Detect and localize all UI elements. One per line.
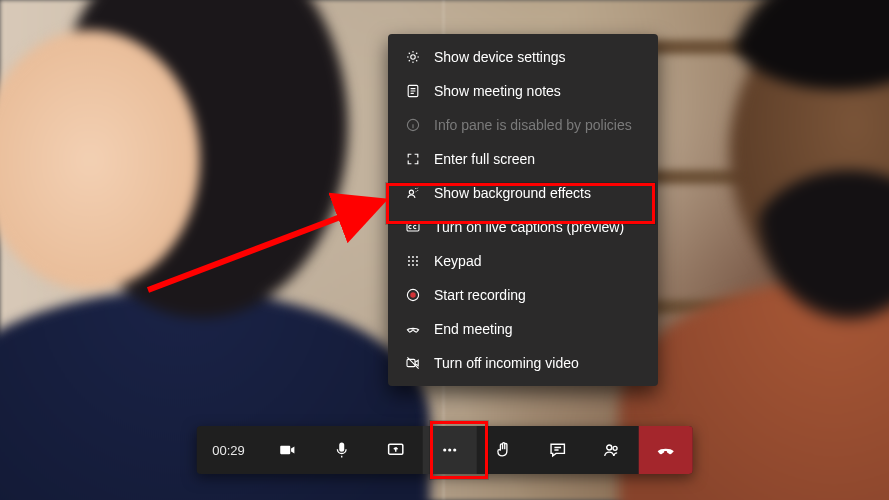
svg-point-11 [408, 264, 410, 266]
raise-hand-icon [494, 440, 514, 460]
chat-button[interactable] [531, 426, 585, 474]
svg-point-19 [448, 448, 451, 451]
svg-point-18 [443, 448, 446, 451]
raise-hand-button[interactable] [477, 426, 531, 474]
hang-up-icon [655, 439, 677, 461]
notes-icon [404, 82, 422, 100]
share-button[interactable] [369, 426, 423, 474]
menu-item-label: End meeting [434, 321, 642, 337]
people-icon [602, 440, 622, 460]
fullscreen-icon [404, 150, 422, 168]
mic-icon [332, 440, 352, 460]
svg-point-6 [412, 256, 414, 258]
end-call-icon [404, 320, 422, 338]
more-actions-menu: Show device settings Show meeting notes … [388, 34, 658, 386]
record-icon [404, 286, 422, 304]
svg-point-22 [613, 446, 617, 450]
menu-item-background-effects[interactable]: Show background effects [388, 176, 658, 210]
menu-item-end-meeting[interactable]: End meeting [388, 312, 658, 346]
keypad-icon [404, 252, 422, 270]
people-button[interactable] [585, 426, 639, 474]
menu-item-start-recording[interactable]: Start recording [388, 278, 658, 312]
menu-item-info-pane-disabled: Info pane is disabled by policies [388, 108, 658, 142]
menu-item-label: Keypad [434, 253, 642, 269]
menu-item-label: Enter full screen [434, 151, 642, 167]
svg-point-5 [408, 256, 410, 258]
svg-point-9 [412, 260, 414, 262]
menu-item-label: Show device settings [434, 49, 642, 65]
menu-item-turn-off-incoming-video[interactable]: Turn off incoming video [388, 346, 658, 380]
call-timer: 00:29 [196, 426, 261, 474]
gear-icon [404, 48, 422, 66]
menu-item-live-captions[interactable]: Turn on live captions (preview) [388, 210, 658, 244]
svg-point-21 [607, 445, 612, 450]
svg-point-15 [410, 292, 415, 297]
menu-item-label: Turn on live captions (preview) [434, 219, 642, 235]
menu-item-label: Turn off incoming video [434, 355, 642, 371]
menu-item-label: Info pane is disabled by policies [434, 117, 642, 133]
svg-point-13 [416, 264, 418, 266]
meeting-toolbar: 00:29 [196, 426, 693, 474]
mic-button[interactable] [315, 426, 369, 474]
svg-point-20 [453, 448, 456, 451]
svg-point-7 [416, 256, 418, 258]
camera-button[interactable] [261, 426, 315, 474]
cc-icon [404, 218, 422, 236]
more-icon [440, 440, 460, 460]
chat-icon [548, 440, 568, 460]
menu-item-keypad[interactable]: Keypad [388, 244, 658, 278]
leave-button[interactable] [639, 426, 693, 474]
svg-point-3 [409, 190, 413, 194]
menu-item-device-settings[interactable]: Show device settings [388, 40, 658, 74]
info-icon [404, 116, 422, 134]
svg-point-12 [412, 264, 414, 266]
more-actions-button[interactable] [423, 426, 477, 474]
svg-point-8 [408, 260, 410, 262]
share-icon [386, 440, 406, 460]
camera-icon [278, 440, 298, 460]
menu-item-label: Show background effects [434, 185, 642, 201]
svg-point-10 [416, 260, 418, 262]
menu-item-meeting-notes[interactable]: Show meeting notes [388, 74, 658, 108]
menu-item-label: Start recording [434, 287, 642, 303]
background-effects-icon [404, 184, 422, 202]
svg-point-0 [411, 55, 415, 59]
video-off-icon [404, 354, 422, 372]
menu-item-label: Show meeting notes [434, 83, 642, 99]
menu-item-fullscreen[interactable]: Enter full screen [388, 142, 658, 176]
